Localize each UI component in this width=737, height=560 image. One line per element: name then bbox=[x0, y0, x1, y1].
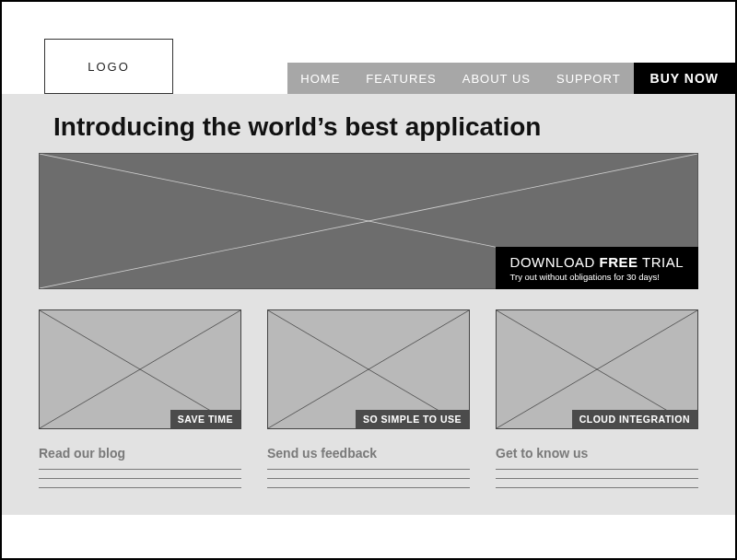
nav: HOME FEATURES ABOUT US SUPPORT bbox=[287, 63, 633, 94]
nav-item-about[interactable]: ABOUT US bbox=[450, 63, 544, 94]
footer-col-blog: Read our blog bbox=[39, 446, 241, 496]
buy-now-button[interactable]: BUY NOW bbox=[634, 63, 735, 94]
card-image-placeholder: SAVE TIME bbox=[39, 309, 241, 429]
feature-card-2[interactable]: SO SIMPLE TO USE bbox=[267, 309, 470, 429]
footer-line bbox=[267, 487, 470, 488]
download-subtext: Try out without obligations for 30 days! bbox=[510, 272, 684, 282]
nav-item-features[interactable]: FEATURES bbox=[353, 63, 449, 94]
card-label: SO SIMPLE TO USE bbox=[356, 410, 469, 428]
card-image-placeholder: CLOUD INTEGRATION bbox=[496, 309, 698, 429]
footer-line bbox=[496, 469, 698, 470]
footer-line bbox=[496, 487, 698, 488]
download-strong: FREE bbox=[600, 254, 638, 270]
download-pre: DOWNLOAD bbox=[510, 254, 600, 270]
download-line1: DOWNLOAD FREE TRIAL bbox=[510, 254, 684, 270]
feature-card-1[interactable]: SAVE TIME bbox=[39, 309, 241, 429]
footer-title[interactable]: Get to know us bbox=[496, 446, 698, 461]
feature-card-3[interactable]: CLOUD INTEGRATION bbox=[496, 309, 698, 429]
header: LOGO HOME FEATURES ABOUT US SUPPORT BUY … bbox=[2, 2, 735, 94]
logo[interactable]: LOGO bbox=[44, 39, 173, 94]
download-trial-button[interactable]: DOWNLOAD FREE TRIAL Try out without obli… bbox=[496, 247, 698, 289]
footer-col-about: Get to know us bbox=[496, 446, 698, 496]
feature-cards: SAVE TIME SO SIMPLE TO USE bbox=[39, 309, 698, 429]
footer-line bbox=[39, 487, 241, 488]
card-label: SAVE TIME bbox=[170, 410, 240, 428]
nav-item-support[interactable]: SUPPORT bbox=[544, 63, 634, 94]
page-frame: LOGO HOME FEATURES ABOUT US SUPPORT BUY … bbox=[0, 0, 737, 560]
footer-columns: Read our blog Send us feedback Get to kn… bbox=[39, 446, 698, 496]
nav-wrap: HOME FEATURES ABOUT US SUPPORT BUY NOW bbox=[287, 63, 735, 94]
footer-title[interactable]: Read our blog bbox=[39, 446, 241, 461]
footer-line bbox=[267, 469, 470, 470]
page-headline: Introducing the world’s best application bbox=[2, 94, 735, 153]
footer-line bbox=[267, 478, 470, 479]
footer-line bbox=[39, 478, 241, 479]
footer-col-feedback: Send us feedback bbox=[267, 446, 470, 496]
hero: DOWNLOAD FREE TRIAL Try out without obli… bbox=[39, 153, 698, 289]
download-post: TRIAL bbox=[638, 254, 684, 270]
card-image-placeholder: SO SIMPLE TO USE bbox=[267, 309, 470, 429]
card-label: CLOUD INTEGRATION bbox=[572, 410, 697, 428]
footer-line bbox=[39, 469, 241, 470]
footer-line bbox=[496, 478, 698, 479]
nav-item-home[interactable]: HOME bbox=[287, 63, 353, 94]
footer-title[interactable]: Send us feedback bbox=[267, 446, 470, 461]
body: Introducing the world’s best application… bbox=[2, 94, 735, 515]
